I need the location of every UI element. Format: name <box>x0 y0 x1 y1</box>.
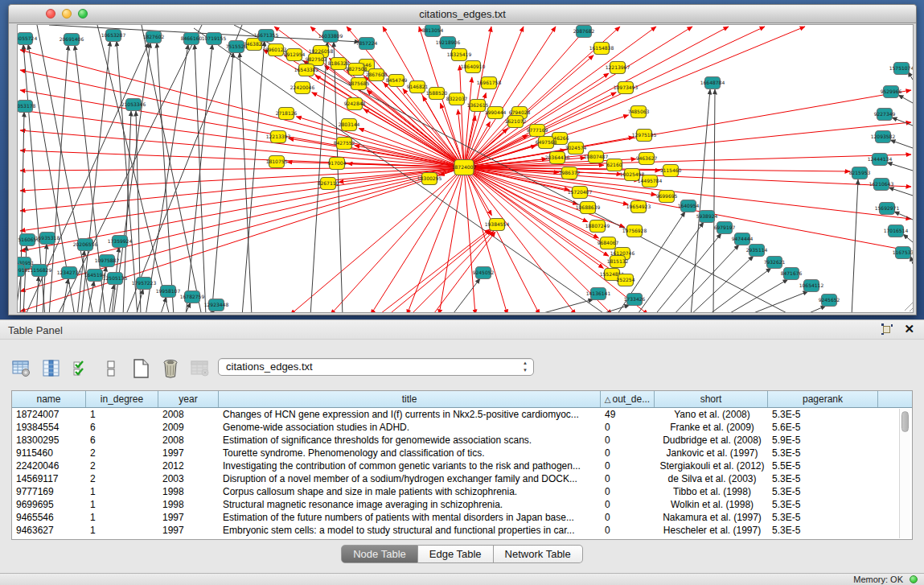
table-row[interactable]: 1938455462009Genome-wide association stu… <box>12 421 912 434</box>
network-node[interactable]: 8813054 <box>422 25 444 37</box>
table-row[interactable]: 1830029562008Estimation of significance … <box>12 434 912 447</box>
network-node[interactable]: 2867608 <box>366 69 388 81</box>
network-node[interactable]: 8322037 <box>446 93 468 105</box>
network-table-select[interactable]: citations_edges.txt ▲▼ <box>218 358 534 376</box>
network-node[interactable]: 6497568 <box>536 137 557 149</box>
network-node[interactable]: 8427552 <box>334 138 355 150</box>
vertical-scrollbar[interactable] <box>899 409 910 538</box>
network-node[interactable]: 19218906 <box>436 37 461 49</box>
network-node[interactable]: 12342737 <box>57 267 82 279</box>
network-node[interactable]: 2087682 <box>573 26 595 38</box>
network-node[interactable]: 1810755 <box>266 156 288 168</box>
network-node[interactable]: 8912954 <box>284 49 306 61</box>
scrollbar-thumb[interactable] <box>901 411 909 432</box>
network-node[interactable]: 19756928 <box>622 225 647 237</box>
new-table-icon[interactable] <box>130 358 151 379</box>
column-header-title[interactable]: title <box>219 391 601 407</box>
network-node[interactable]: 12213393 <box>266 131 291 143</box>
column-header-name[interactable]: name <box>12 391 86 407</box>
network-node[interactable]: 7857224 <box>356 38 378 50</box>
column-header-out_de[interactable]: △out_de... <box>601 391 655 407</box>
table-row[interactable]: 946362711997Embryonic stem cells: a mode… <box>12 524 912 537</box>
column-header-in_degree[interactable]: in_degree <box>86 391 158 407</box>
network-node[interactable]: 1875685 <box>348 78 370 90</box>
network-node[interactable]: 19958107 <box>156 286 181 298</box>
network-node[interactable]: 5938924 <box>696 211 718 223</box>
network-node[interactable]: 1640954 <box>678 200 700 212</box>
network-node[interactable]: 252254 <box>617 274 635 286</box>
window-titlebar[interactable]: citations_edges.txt <box>9 5 916 23</box>
network-node[interactable]: 9245652 <box>819 295 840 307</box>
network-node[interactable]: 7485063 <box>628 106 650 118</box>
table-row[interactable]: 969969511998Structural magnetic resonanc… <box>12 498 912 511</box>
network-node[interactable]: 12975185 <box>632 130 657 142</box>
network-node[interactable]: 12213967 <box>606 62 630 74</box>
network-node[interactable]: 10973493 <box>614 82 639 94</box>
network-node[interactable]: 16648784 <box>700 77 725 89</box>
network-node[interactable]: 15751074 <box>889 63 914 75</box>
network-node[interactable]: 15720407 <box>568 187 593 199</box>
delete-table-icon[interactable] <box>160 358 181 379</box>
network-node[interactable]: 2718126 <box>276 108 298 120</box>
network-node[interactable]: 2803144 <box>339 119 360 131</box>
network-node[interactable]: 2053178 <box>18 101 36 113</box>
network-node[interactable]: 9529966 <box>881 86 902 98</box>
table-row[interactable]: 946554611997Estimation of the future num… <box>12 511 912 524</box>
network-node[interactable]: 7932621 <box>764 257 786 269</box>
resize-grip-icon[interactable] <box>905 301 914 311</box>
float-panel-icon[interactable] <box>881 323 893 335</box>
network-view-window[interactable]: citations_edges.txt 18724007183002951938… <box>8 4 917 315</box>
tab-network-table[interactable]: Network Table <box>494 545 583 563</box>
network-node[interactable]: 7515526 <box>226 41 248 53</box>
network-node[interactable]: 1733426 <box>624 294 646 306</box>
network-node[interactable]: 1621072 <box>505 116 527 128</box>
network-node[interactable]: 9146821 <box>407 81 429 93</box>
network-node[interactable]: 8466160 <box>181 33 203 45</box>
network-node[interactable]: 7986372 <box>559 167 581 179</box>
network-node[interactable]: 14136141 <box>586 288 611 300</box>
network-node[interactable]: 8471676 <box>781 268 803 280</box>
table-settings-icon[interactable] <box>11 358 32 379</box>
network-node[interactable]: 3024574 <box>565 142 587 154</box>
select-all-icon[interactable] <box>71 358 92 379</box>
network-node[interactable]: 1167533 <box>893 247 914 259</box>
network-node[interactable]: 9777169 <box>527 125 548 137</box>
network-node[interactable]: 9227349 <box>874 109 896 121</box>
close-panel-icon[interactable]: ✕ <box>904 323 914 335</box>
network-node[interactable]: 1827602 <box>143 31 165 43</box>
network-node[interactable]: 19654923 <box>626 201 651 213</box>
network-node[interactable]: 16154838 <box>589 43 614 55</box>
network-node[interactable]: 10654112 <box>799 280 824 292</box>
network-node[interactable]: 62160 <box>606 159 622 171</box>
column-header-year[interactable]: year <box>158 391 219 407</box>
network-node[interactable]: 16210643 <box>869 179 894 191</box>
network-node[interactable]: 9827508 <box>346 64 368 76</box>
network-node[interactable]: 8454749 <box>386 75 408 87</box>
network-canvas[interactable]: 1872400718300295193845548960123891295418… <box>17 24 914 313</box>
network-node[interactable]: 10653287 <box>101 30 126 42</box>
clear-selection-icon[interactable] <box>101 358 121 379</box>
network-node[interactable]: 22420046 <box>290 82 315 94</box>
network-node[interactable]: 18640910 <box>461 61 486 73</box>
tab-node-table[interactable]: Node Table <box>341 545 418 563</box>
network-node[interactable]: 2935114 <box>746 245 768 257</box>
network-node[interactable]: 9474444 <box>732 233 754 245</box>
network-node[interactable]: 1588520 <box>426 88 448 100</box>
table-row[interactable]: 1872400712008Changes of HCN gene express… <box>12 408 912 421</box>
network-node[interactable]: 9463627 <box>636 153 658 165</box>
network-node[interactable]: 12505135 <box>103 273 128 285</box>
network-node[interactable]: 18724007 <box>452 160 477 175</box>
network-node[interactable]: 1815132 <box>607 256 629 268</box>
network-node[interactable]: 18807249 <box>585 220 610 233</box>
column-header-short[interactable]: short <box>655 391 768 407</box>
network-node[interactable]: 20364436 <box>545 152 570 164</box>
network-node[interactable]: 9242848 <box>344 98 366 110</box>
network-node[interactable]: 12093582 <box>871 131 896 143</box>
table-row[interactable]: 911546021997Tourette syndrome. Phenomeno… <box>12 447 912 459</box>
network-node[interactable]: 16782759 <box>180 291 205 303</box>
network-node[interactable]: 6979197 <box>714 222 736 234</box>
network-node[interactable]: 9684067 <box>598 237 619 249</box>
network-node[interactable]: 1990444 <box>485 107 507 119</box>
network-node[interactable]: 8267110 <box>318 178 339 190</box>
tab-edge-table[interactable]: Edge Table <box>418 545 494 563</box>
